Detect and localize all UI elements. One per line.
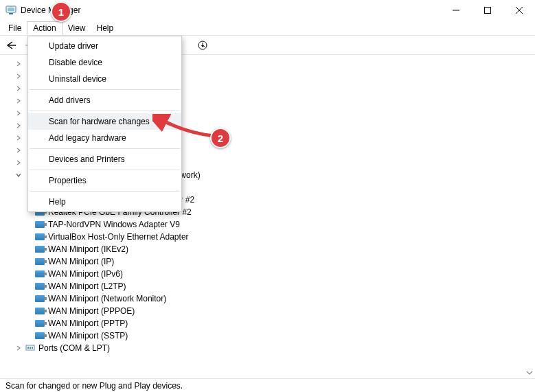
scroll-down-icon[interactable] <box>523 367 535 378</box>
action-menu-item[interactable]: Add legacy hardware <box>28 130 181 146</box>
tree-item-label: WAN Miniport (L2TP) <box>48 281 126 291</box>
action-menu-item[interactable]: Update driver <box>28 38 181 54</box>
tree-item-adapter[interactable]: WAN Miniport (IP) <box>5 255 535 268</box>
chevron-right-icon[interactable] <box>14 96 23 106</box>
network-adapter-icon <box>34 219 45 230</box>
svg-rect-1 <box>8 8 14 11</box>
titlebar: Device Manager <box>0 0 535 21</box>
tree-item-label: TAP-NordVPN Windows Adapter V9 <box>48 220 180 229</box>
tree-item-label: WAN Miniport (Network Monitor) <box>48 294 166 303</box>
action-menu-item[interactable]: Properties <box>28 172 181 189</box>
menu-separator <box>30 89 180 90</box>
app-icon <box>5 5 16 16</box>
network-adapter-icon <box>34 268 45 279</box>
chevron-right-icon[interactable] <box>14 158 23 168</box>
svg-rect-11 <box>27 347 29 349</box>
tree-item-adapter[interactable]: WAN Miniport (PPTP) <box>5 317 535 330</box>
menu-separator <box>30 111 180 111</box>
tree-item-label: WAN Miniport (SSTP) <box>48 331 128 341</box>
chevron-right-icon[interactable] <box>14 71 23 81</box>
tree-item-label: VirtualBox Host-Only Ethernet Adapter <box>48 232 189 242</box>
tree-item-adapter[interactable]: WAN Miniport (SSTP) <box>5 330 535 342</box>
network-adapter-icon <box>34 318 45 329</box>
annotation-badge-1: 1 <box>51 1 71 22</box>
tree-item-label: WAN Miniport (PPTP) <box>48 319 128 328</box>
tree-item-adapter[interactable]: WAN Miniport (PPPOE) <box>5 305 535 317</box>
chevron-right-icon[interactable] <box>14 133 23 143</box>
tree-item-label: WAN Miniport (IPv6) <box>48 269 123 279</box>
tree-item-adapter[interactable]: WAN Miniport (L2TP) <box>5 280 535 292</box>
chevron-right-icon[interactable] <box>14 84 23 93</box>
statusbar-text: Scan for changed or new Plug and Play de… <box>5 381 183 391</box>
svg-rect-13 <box>32 347 33 349</box>
tree-item-adapter[interactable]: WAN Miniport (IKEv2) <box>5 243 535 255</box>
svg-rect-2 <box>9 13 13 14</box>
action-menu-item[interactable]: Disable device <box>28 54 181 71</box>
menu-file[interactable]: File <box>3 22 27 34</box>
network-adapter-icon <box>34 231 45 242</box>
chevron-right-icon[interactable] <box>14 59 23 69</box>
action-menu-item[interactable]: Add drivers <box>28 92 181 108</box>
tree-item-adapter[interactable]: TAP-NordVPN Windows Adapter V9 <box>5 218 535 231</box>
menu-action[interactable]: Action <box>27 21 62 35</box>
menubar: FileActionViewHelp <box>0 21 535 36</box>
tree-item-adapter[interactable]: WAN Miniport (IPv6) <box>5 268 535 280</box>
scan-hardware-button[interactable] <box>194 37 211 54</box>
network-adapter-icon <box>34 330 45 341</box>
tree-category-label: Ports (COM & LPT) <box>38 343 110 353</box>
menu-separator <box>30 170 180 170</box>
tree-item-label: WAN Miniport (IP) <box>48 257 114 266</box>
network-adapter-icon <box>34 281 45 292</box>
chevron-right-icon[interactable] <box>14 108 23 118</box>
ports-icon <box>25 343 36 354</box>
network-adapter-icon <box>34 293 45 304</box>
tree-category-collapsed[interactable]: Ports (COM & LPT) <box>5 342 535 354</box>
svg-rect-4 <box>485 8 491 14</box>
svg-rect-12 <box>30 347 31 349</box>
menu-help[interactable]: Help <box>91 22 119 34</box>
network-adapter-icon <box>34 256 45 267</box>
action-menu-dropdown: Update driverDisable deviceUninstall dev… <box>27 36 182 212</box>
tree-item-label: WAN Miniport (IKEv2) <box>48 244 128 254</box>
network-adapter-icon <box>34 244 45 255</box>
network-adapter-icon <box>34 305 45 316</box>
menu-separator <box>30 191 180 192</box>
statusbar: Scan for changed or new Plug and Play de… <box>0 378 535 392</box>
maximize-button[interactable] <box>472 0 503 21</box>
tree-item-adapter[interactable]: VirtualBox Host-Only Ethernet Adapter <box>5 231 535 243</box>
chevron-down-icon[interactable] <box>14 170 23 180</box>
menu-view[interactable]: View <box>62 22 91 34</box>
back-button[interactable] <box>3 37 19 54</box>
tree-item-label: WAN Miniport (PPPOE) <box>48 306 135 316</box>
minimize-button[interactable] <box>440 0 472 21</box>
chevron-right-icon[interactable] <box>14 343 23 353</box>
action-menu-item[interactable]: Uninstall device <box>28 71 181 87</box>
close-button[interactable] <box>503 0 535 21</box>
chevron-right-icon[interactable] <box>14 121 23 130</box>
tree-item-adapter[interactable]: WAN Miniport (Network Monitor) <box>5 292 535 305</box>
annotation-badge-2: 2 <box>210 128 231 148</box>
action-menu-item[interactable]: Help <box>28 194 181 210</box>
action-menu-item[interactable]: Scan for hardware changes <box>28 113 181 130</box>
action-menu-item[interactable]: Devices and Printers <box>28 151 181 168</box>
menu-separator <box>30 148 180 149</box>
chevron-right-icon[interactable] <box>14 146 23 155</box>
